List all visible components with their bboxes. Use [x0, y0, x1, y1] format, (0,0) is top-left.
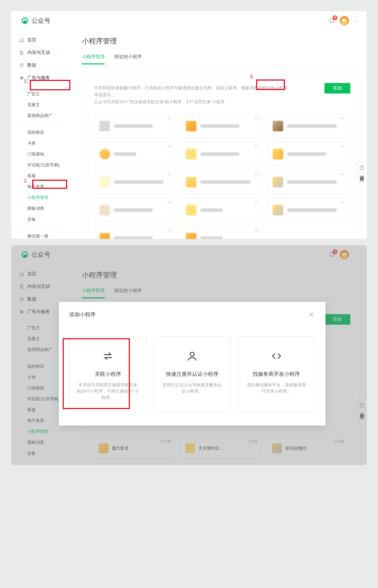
- sidebar-item-label: 首页: [27, 37, 36, 43]
- add-miniprogram-modal: 添加小程序 关联小程序 本月还可关联同主体或关联主体的10个小程序，不同主体的3…: [59, 302, 326, 426]
- chevron-down-icon: ⌄: [60, 51, 63, 55]
- option-row: 关联小程序 本月还可关联同主体或关联主体的10个小程序，不同主体的3个小程序。 …: [69, 336, 315, 411]
- sidebar-sub[interactable]: 电子发票: [11, 181, 67, 192]
- close-button[interactable]: [308, 311, 315, 318]
- sidebar-sub[interactable]: 微信搜一搜: [11, 231, 67, 239]
- annotation-number-3: 3.: [250, 74, 254, 79]
- tab-manage[interactable]: 小程序管理: [82, 51, 105, 64]
- brand: 公众号: [21, 16, 50, 25]
- sidebar-sub[interactable]: 流量主: [11, 99, 67, 110]
- sidebar-item-label: 数据: [27, 62, 36, 68]
- add-button[interactable]: 添加: [324, 83, 350, 94]
- home-icon: [19, 37, 24, 42]
- annotation-number-2: 2.: [24, 178, 28, 184]
- screenshot-top: 公众号 4 ⌄ 首页 内容与互动 ⌄ 数据: [11, 11, 367, 239]
- modal-title: 添加小程序: [69, 311, 96, 318]
- option-title: 关联小程序: [77, 371, 139, 378]
- sidebar-sub[interactable]: 返佣商品推广: [11, 110, 67, 121]
- chevron-up-icon: ⌃: [60, 76, 63, 80]
- sidebar-sub[interactable]: 卡券: [11, 138, 67, 149]
- sidebar-sub[interactable]: 对话能力(原导购): [11, 160, 67, 171]
- option-desc: 前往微信服务平台，选择服务商代开发小程序。: [245, 382, 308, 394]
- miniprogram-card[interactable]: ▪▪▪: [181, 143, 261, 166]
- sidebar-item-label: 广告与服务: [27, 75, 50, 81]
- option-provider[interactable]: 找服务商开发小程序 前往微信服务平台，选择服务商代开发小程序。: [238, 336, 315, 411]
- option-title: 找服务商开发小程序: [245, 371, 308, 378]
- panel: 可关联或快速创建小程序。已关联的小程序可被使用在图文消息、自定义菜单、模板消息和…: [82, 75, 360, 239]
- option-register[interactable]: 快速注册并认证小程序 支持已认证公众号快速注册并认证小程序。: [154, 336, 231, 411]
- sidebar-item-label: 内容与互动: [27, 49, 50, 56]
- miniprogram-card[interactable]: ▪▪▪: [181, 115, 261, 138]
- close-icon: [308, 311, 315, 318]
- avatar[interactable]: [340, 16, 349, 25]
- miniprogram-card[interactable]: ▪▪▪: [267, 143, 348, 166]
- miniprogram-card[interactable]: ▪▪▪: [94, 115, 174, 138]
- sidebar-sub[interactable]: 订阅通知: [11, 149, 67, 160]
- notification-badge: 4: [332, 15, 337, 20]
- miniprogram-card[interactable]: ▪▪▪: [94, 227, 174, 239]
- sidebar-item-content[interactable]: 内容与互动 ⌄: [11, 46, 67, 59]
- miniprogram-card[interactable]: ▪▪▪: [94, 143, 174, 166]
- miniprogram-card[interactable]: ▪▪▪: [181, 227, 261, 239]
- miniprogram-card[interactable]: ▪▪▪: [181, 171, 261, 194]
- swap-icon: [77, 349, 139, 363]
- chevron-down-icon: ⌄: [354, 19, 357, 23]
- miniprogram-card[interactable]: ▪▪▪: [94, 171, 174, 194]
- option-desc: 支持已认证公众号快速注册并认证小程序。: [161, 382, 224, 394]
- sidebar-sub[interactable]: 设备: [11, 214, 67, 225]
- sidebar-sub-miniprogram[interactable]: 小程序管理: [11, 192, 67, 203]
- miniprogram-card[interactable]: ▪▪▪: [267, 115, 348, 138]
- miniprogram-grid: ▪▪▪ ▪▪▪ ▪▪▪ ▪▪▪ ▪▪▪ ▪▪▪ ▪▪▪ ▪▪▪ ▪▪▪ ▪▪▪ …: [94, 115, 348, 239]
- feedback-label: 遇到问题: [359, 172, 365, 175]
- feedback-tab[interactable]: 遇到问题: [356, 162, 367, 179]
- notifications-button[interactable]: 4: [329, 17, 335, 25]
- miniprogram-card[interactable]: ▪▪▪: [267, 171, 348, 194]
- question-icon: [359, 165, 365, 171]
- wechat-oa-logo-icon: [21, 17, 29, 25]
- screenshot-bottom: 公众号 4 ⌄ 首页 内容与互动 ⌄ 数据 ⌄: [11, 245, 367, 465]
- option-desc: 本月还可关联同主体或关联主体的10个小程序，不同主体的3个小程序。: [77, 382, 139, 401]
- panel-desc-2: 公众号可关联10个"同主体或关联主体"的小程序，3个"非同主体"小程序: [94, 98, 290, 105]
- sidebar-sub[interactable]: 模板消息: [11, 203, 67, 214]
- tabs: 小程序管理 附近的小程序: [82, 51, 360, 64]
- panel-desc-1: 可关联或快速创建小程序。已关联的小程序可被使用在图文消息、自定义菜单、模板消息和…: [94, 84, 290, 98]
- sidebar-sub[interactable]: 广告主: [11, 89, 67, 99]
- tab-nearby[interactable]: 附近的小程序: [114, 51, 142, 64]
- main-content: 小程序管理 小程序管理 附近的小程序 可关联或快速创建小程序。已关联的小程序可被…: [67, 29, 367, 239]
- miniprogram-card[interactable]: ▪▪▪: [267, 199, 348, 222]
- miniprogram-card[interactable]: ▪▪▪: [181, 199, 261, 222]
- sidebar-item-home[interactable]: 首页: [11, 34, 67, 46]
- annotation-number-1: 1.: [24, 78, 28, 84]
- clock-icon: [19, 63, 24, 68]
- sidebar-item-ads[interactable]: 广告与服务 ⌃: [11, 71, 67, 84]
- miniprogram-card[interactable]: ▪▪▪: [94, 199, 174, 222]
- sidebar-sub[interactable]: 我的商店: [11, 127, 67, 138]
- sidebar: 首页 内容与互动 ⌄ 数据 ⌄ 广告与服务 ⌃ 广告主 流量主 返佣商品推广: [11, 29, 67, 239]
- topbar: 公众号 4 ⌄: [11, 11, 367, 29]
- topbar-actions: 4 ⌄: [329, 16, 357, 25]
- doc-icon: [19, 50, 24, 55]
- brand-label: 公众号: [31, 16, 50, 25]
- option-link[interactable]: 关联小程序 本月还可关联同主体或关联主体的10个小程序，不同主体的3个小程序。: [69, 336, 147, 411]
- option-title: 快速注册并认证小程序: [161, 371, 224, 378]
- chevron-down-icon: ⌄: [60, 63, 63, 67]
- user-icon: [161, 349, 224, 363]
- page-title: 小程序管理: [82, 36, 360, 46]
- sidebar-sub[interactable]: 客服: [11, 171, 67, 181]
- sidebar-item-data[interactable]: 数据 ⌄: [11, 59, 67, 71]
- code-icon: [245, 349, 308, 363]
